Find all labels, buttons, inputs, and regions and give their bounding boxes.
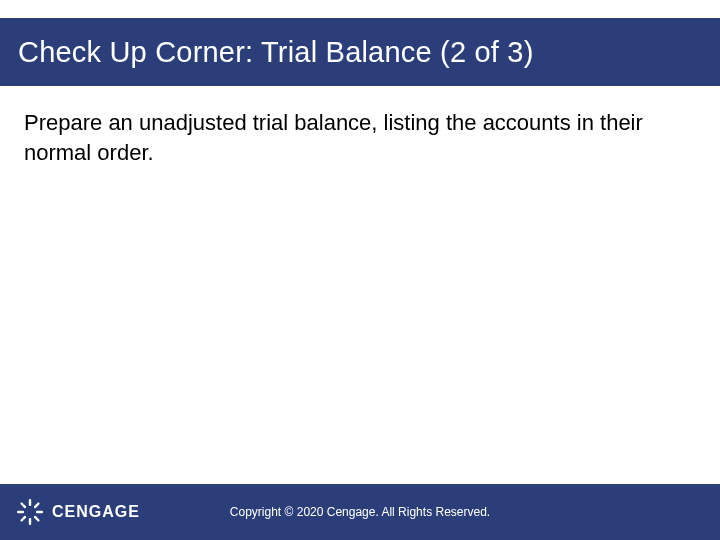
brand-logo: CENGAGE: [16, 498, 140, 526]
instruction-text: Prepare an unadjusted trial balance, lis…: [24, 108, 696, 167]
svg-rect-4: [29, 518, 31, 525]
svg-rect-0: [29, 499, 31, 506]
svg-rect-1: [33, 502, 40, 509]
slide-title: Check Up Corner: Trial Balance (2 of 3): [18, 36, 534, 69]
brand-name: CENGAGE: [52, 503, 140, 521]
cengage-burst-icon: [16, 498, 44, 526]
svg-rect-6: [17, 511, 24, 513]
svg-rect-5: [20, 515, 27, 522]
slide-title-bar: Check Up Corner: Trial Balance (2 of 3): [0, 0, 720, 86]
slide-footer: CENGAGE Copyright © 2020 Cengage. All Ri…: [0, 484, 720, 540]
svg-rect-2: [36, 511, 43, 513]
svg-rect-7: [20, 502, 27, 509]
slide-body: Prepare an unadjusted trial balance, lis…: [0, 86, 720, 167]
copyright-text: Copyright © 2020 Cengage. All Rights Res…: [230, 505, 490, 519]
svg-rect-3: [33, 515, 40, 522]
